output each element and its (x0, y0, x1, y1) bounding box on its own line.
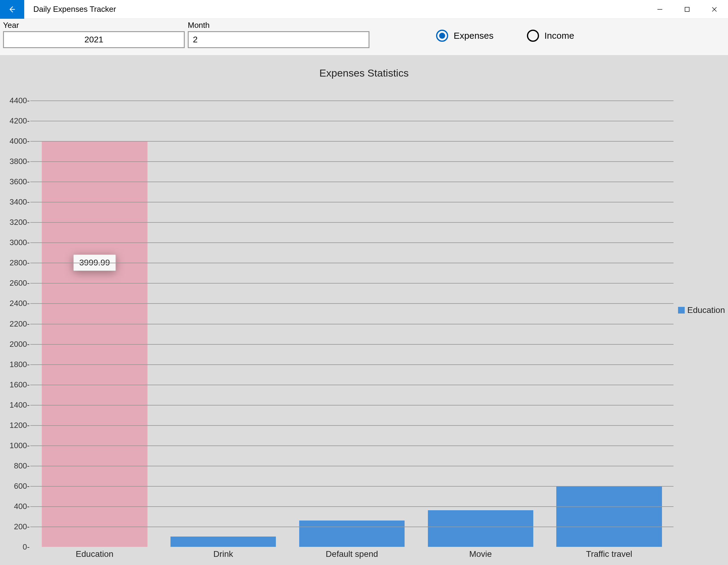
y-tick-label: 200 (14, 522, 30, 531)
gridline (30, 344, 673, 345)
gridline (30, 283, 673, 283)
year-filter: Year (3, 21, 185, 48)
y-tick-label: 1600 (9, 380, 30, 389)
x-axis-label: Default spend (326, 549, 378, 559)
gridline (30, 222, 673, 223)
bar[interactable] (556, 486, 662, 547)
y-tick-label: 4400 (9, 96, 30, 105)
back-button[interactable] (0, 0, 24, 19)
y-tick-label: 400 (14, 501, 30, 511)
gridline (30, 202, 673, 203)
gridline (30, 425, 673, 426)
bar[interactable] (170, 537, 276, 547)
y-tick-label: 3200 (9, 218, 30, 227)
gridline (30, 405, 673, 405)
legend-swatch-icon (678, 307, 685, 313)
y-tick-label: 2600 (9, 279, 30, 288)
y-tick-label: 3800 (9, 157, 30, 166)
radio-expenses[interactable]: Expenses (436, 30, 494, 42)
radio-income[interactable]: Income (527, 30, 574, 42)
x-axis-label: Education (76, 549, 114, 559)
gridline (30, 263, 673, 263)
gridline (30, 161, 673, 162)
radio-circle-icon (527, 30, 539, 42)
y-tick-label: 2200 (9, 319, 30, 328)
chart-area: Expenses Statistics Education3999.99Drin… (0, 55, 728, 565)
svg-rect-1 (685, 7, 689, 12)
gridline (30, 445, 673, 446)
gridline (30, 243, 673, 243)
y-tick-label: 1800 (9, 359, 30, 369)
gridline (30, 385, 673, 385)
y-tick-label: 1000 (9, 441, 30, 450)
radio-dot-icon (439, 33, 445, 39)
y-tick-label: 3000 (9, 238, 30, 247)
gridline (30, 486, 673, 487)
minimize-icon (657, 6, 663, 12)
x-axis-label: Drink (213, 549, 233, 559)
minimize-button[interactable] (646, 0, 673, 19)
gridline (30, 121, 673, 121)
y-tick-label: 1200 (9, 420, 30, 430)
gridline (30, 527, 673, 527)
x-axis-label: Movie (469, 549, 492, 559)
y-tick-label: 4000 (9, 137, 30, 146)
back-arrow-icon (8, 5, 16, 14)
y-tick-label: 3400 (9, 197, 30, 207)
x-axis-label: Traffic travel (586, 549, 632, 559)
y-tick-label: 1400 (9, 400, 30, 409)
year-input[interactable] (3, 31, 185, 48)
month-input[interactable] (188, 31, 369, 48)
y-tick-label: 2800 (9, 258, 30, 268)
y-tick-label: 4200 (9, 116, 30, 126)
app-title: Daily Expenses Tracker (33, 5, 116, 14)
y-tick-label: 800 (14, 461, 30, 470)
bar[interactable] (428, 510, 533, 547)
radio-income-label: Income (544, 31, 574, 41)
gridline (30, 466, 673, 466)
gridline (30, 303, 673, 304)
month-label: Month (188, 21, 369, 30)
gridline (30, 506, 673, 507)
filter-bar: Year Month Expenses Income (0, 19, 728, 55)
y-tick-label: 0 (23, 542, 30, 552)
title-bar: Daily Expenses Tracker (0, 0, 728, 19)
radio-expenses-label: Expenses (454, 31, 494, 41)
y-tick-label: 600 (14, 481, 30, 491)
y-tick-label: 2400 (9, 299, 30, 308)
month-filter: Month (188, 21, 369, 48)
chart-legend: Education (678, 305, 725, 315)
maximize-button[interactable] (673, 0, 701, 19)
gridline (30, 324, 673, 324)
gridline (30, 182, 673, 182)
view-toggle: Expenses Income (436, 30, 574, 42)
close-icon (711, 6, 717, 12)
y-tick-label: 2000 (9, 339, 30, 348)
y-tick-label: 3600 (9, 177, 30, 187)
year-label: Year (3, 21, 185, 30)
gridline (30, 141, 673, 142)
bar[interactable] (299, 520, 405, 547)
maximize-icon (684, 6, 690, 12)
window-controls (646, 0, 728, 19)
radio-circle-icon (436, 30, 448, 42)
legend-label: Education (687, 305, 725, 315)
gridline (30, 101, 673, 101)
chart-title: Expenses Statistics (0, 55, 728, 79)
close-button[interactable] (701, 0, 728, 19)
gridline (30, 364, 673, 365)
chart-plot: Education3999.99DrinkDefault spendMovieT… (30, 101, 673, 547)
